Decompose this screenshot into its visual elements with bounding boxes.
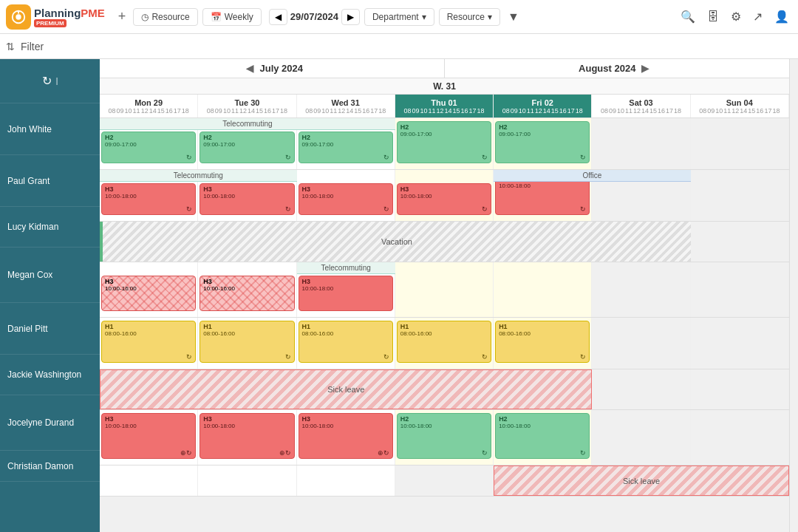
row-jocelyne: H3 10:00-18:00 ⊕↻ H3 10:00-18:00 ⊕↻ H3	[100, 410, 789, 466]
resource-dropdown-button[interactable]: Resource ▾	[439, 8, 500, 26]
paul-thu-event[interactable]: H3 10:00-18:00 ↻	[397, 183, 491, 215]
paul-wed-cell[interactable]: H3 10:00-18:00 ↻	[297, 170, 395, 221]
sidebar-item-paul[interactable]: Paul Grant	[0, 155, 100, 207]
add-button[interactable]: +	[115, 9, 129, 24]
john-fri-event[interactable]: H2 09:00-17:00 ↻	[495, 121, 590, 163]
john-mon-event[interactable]: H2 09:00-17:00 ↻	[101, 132, 196, 163]
megan-telecommuting-banner: Telecommuting	[297, 262, 395, 274]
john-tue-event[interactable]: H2 09:00-17:00 ↻	[200, 132, 294, 163]
premium-badge: PREMIUM	[34, 19, 66, 27]
sidebar-item-jackie[interactable]: Jackie Washington	[0, 355, 100, 395]
day-col-fri: Fri 02 08091011121415161718	[494, 95, 592, 117]
jocelyne-fri-cell[interactable]: H2 10:00-18:00 ↻	[494, 410, 592, 465]
john-wed-code: H2	[302, 134, 389, 141]
weekly-button[interactable]: 📅 Weekly	[202, 8, 262, 26]
prev-date-button[interactable]: ◀	[269, 9, 287, 25]
daniel-tue-event[interactable]: H1 08:00-16:00 ↻	[200, 321, 294, 363]
jocelyne-mon-event[interactable]: H3 10:00-18:00 ⊕↻	[101, 413, 196, 459]
john-tue-time: 09:00-17:00	[203, 141, 290, 148]
daniel-mon-repeat-icon: ↻	[186, 353, 192, 361]
john-fri-cell[interactable]: H2 09:00-17:00 ↻	[494, 118, 592, 169]
daniel-fri-repeat-icon: ↻	[580, 353, 586, 361]
sidebar-item-john[interactable]: John White	[0, 103, 100, 155]
search-button[interactable]: 🔍	[678, 7, 698, 27]
megan-tue-event[interactable]: H3 10:00-16:00	[200, 276, 294, 311]
john-sat-cell	[592, 118, 690, 169]
megan-wed-event[interactable]: H3 10:00-18:00	[299, 276, 393, 311]
next-date-button[interactable]: ▶	[341, 9, 360, 25]
share-button[interactable]: ↗	[750, 7, 765, 27]
john-fri-repeat-icon: ↻	[580, 154, 586, 161]
month-next-arrow[interactable]: ▶	[635, 63, 655, 74]
john-thu-cell[interactable]: H2 09:00-17:00 ↻	[395, 118, 494, 169]
john-wed-event[interactable]: H2 09:00-17:00 ↻	[299, 132, 393, 163]
row-jackie: Sick leave	[100, 369, 789, 410]
filter-button[interactable]: Filter	[21, 41, 44, 52]
john-thu-repeat-icon: ↻	[482, 154, 488, 161]
daniel-tue-cell[interactable]: H1 08:00-16:00 ↻	[198, 318, 296, 369]
daniel-wed-cell[interactable]: H1 08:00-16:00 ↻	[297, 318, 395, 369]
daniel-wed-repeat-icon: ↻	[383, 353, 389, 361]
resource-button[interactable]: ◷ Resource	[133, 8, 197, 26]
month-prev-arrow[interactable]: ◀	[240, 63, 259, 74]
row-lucy: Vacation	[100, 222, 789, 262]
jocelyne-tue-cell[interactable]: H3 10:00-18:00 ⊕↻	[198, 410, 296, 465]
megan-mon-event[interactable]: H3 10:00-16:00	[101, 276, 196, 311]
jocelyne-wed-event[interactable]: H3 10:00-18:00 ⊕↻	[299, 413, 393, 459]
filter-funnel-button[interactable]: ▼	[505, 7, 522, 27]
daniel-fri-cell[interactable]: H1 08:00-16:00 ↻	[494, 318, 592, 369]
daniel-thu-event[interactable]: H1 08:00-16:00 ↻	[397, 321, 491, 363]
sidebar-item-christian[interactable]: Christian Damon	[0, 451, 100, 482]
scroll-track[interactable]	[789, 59, 798, 532]
filter-label: Filter	[21, 41, 44, 52]
daniel-fri-event[interactable]: H1 08:00-16:00 ↻	[495, 321, 590, 363]
jocelyne-mon-time: 10:00-18:00	[105, 423, 192, 429]
jocelyne-thu-cell[interactable]: H2 10:00-18:00 ↻	[395, 410, 494, 465]
logo-icon	[6, 4, 31, 30]
paul-sun-cell	[691, 170, 789, 221]
collapse-icon[interactable]: |	[56, 77, 58, 85]
sidebar-item-megan[interactable]: Megan Cox	[0, 248, 100, 303]
jocelyne-wed-code: H3	[302, 415, 389, 423]
paul-fri-repeat-icon: ↻	[580, 205, 586, 213]
day-col-wed: Wed 31 08091011121415161718	[297, 95, 395, 117]
john-name: John White	[7, 124, 52, 134]
department-dropdown[interactable]: Department ▾	[364, 8, 434, 26]
jocelyne-fri-event[interactable]: H2 10:00-18:00 ↻	[495, 413, 590, 459]
megan-tue-cell[interactable]: H3 10:00-16:00	[198, 262, 296, 317]
daniel-mon-event[interactable]: H1 08:00-16:00 ↻	[101, 321, 196, 363]
paul-wed-event[interactable]: H3 10:00-18:00 ↻	[299, 183, 393, 215]
daniel-wed-time: 08:00-16:00	[302, 330, 389, 337]
christian-name: Christian Damon	[7, 461, 73, 471]
jocelyne-wed-cell[interactable]: H3 10:00-18:00 ⊕↻	[297, 410, 395, 465]
paul-thu-code: H3	[400, 185, 488, 193]
daniel-mon-code: H1	[105, 323, 192, 330]
jocelyne-tue-time: 10:00-18:00	[203, 423, 290, 429]
paul-thu-cell[interactable]: H3 10:00-18:00 ↻	[395, 170, 494, 221]
jocelyne-thu-event[interactable]: H2 10:00-18:00 ↻	[397, 413, 491, 459]
sidebar-item-daniel[interactable]: Daniel Pitt	[0, 303, 100, 355]
daniel-thu-cell[interactable]: H1 08:00-16:00 ↻	[395, 318, 494, 369]
jocelyne-mon-repeat-icon: ⊕↻	[180, 449, 192, 457]
daniel-mon-cell[interactable]: H1 08:00-16:00 ↻	[100, 318, 198, 369]
database-button[interactable]: 🗄	[704, 7, 722, 27]
jocelyne-mon-cell[interactable]: H3 10:00-18:00 ⊕↻	[100, 410, 198, 465]
daniel-wed-event[interactable]: H1 08:00-16:00 ↻	[299, 321, 393, 363]
christian-wed-cell	[297, 466, 395, 496]
john-thu-event[interactable]: H2 09:00-17:00 ↻	[397, 121, 491, 163]
megan-mon-cell[interactable]: H3 10:00-16:00	[100, 262, 198, 317]
jocelyne-tue-event[interactable]: H3 10:00-18:00 ⊕↻	[200, 413, 294, 459]
paul-tue-event[interactable]: H3 10:00-18:00 ↻	[200, 183, 294, 215]
settings-button[interactable]: ⚙	[728, 7, 744, 27]
user-button[interactable]: 👤	[771, 7, 792, 27]
sort-button[interactable]: ⇅	[6, 41, 15, 52]
sidebar-item-jocelyne[interactable]: Jocelyne Durand	[0, 395, 100, 451]
lucy-left-bar	[100, 222, 103, 262]
grid-body: Telecommuting H2 09:00-17:00 ↻ H2 09:00-…	[100, 118, 789, 532]
jocelyne-tue-repeat-icon: ⊕↻	[279, 449, 291, 457]
john-mon-repeat-icon: ↻	[186, 154, 192, 161]
resource-sidebar: ↻ | John White Paul Grant Lucy Kidman Me…	[0, 59, 100, 532]
sidebar-item-lucy[interactable]: Lucy Kidman	[0, 207, 100, 248]
refresh-icon[interactable]: ↻	[42, 74, 52, 88]
paul-mon-event[interactable]: H3 10:00-18:00 ↻	[101, 183, 196, 215]
